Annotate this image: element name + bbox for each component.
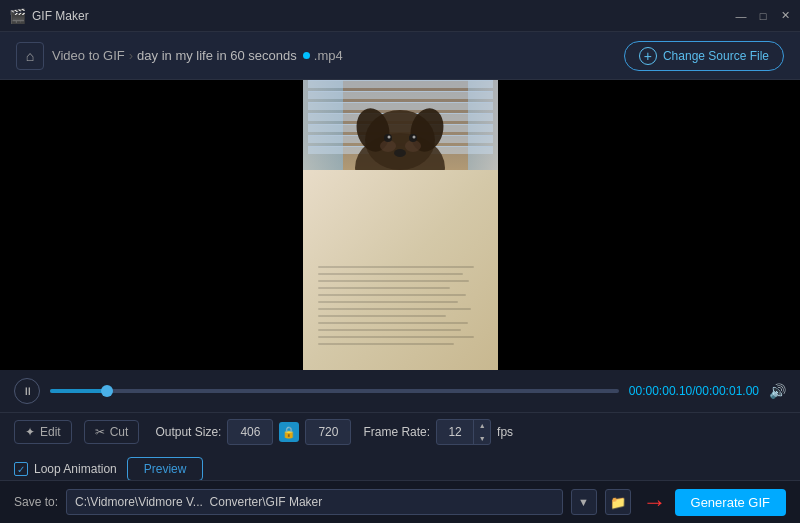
- book-line: [318, 322, 468, 324]
- lock-icon[interactable]: 🔒: [279, 422, 299, 442]
- volume-icon[interactable]: 🔊: [769, 383, 786, 399]
- book-line: [318, 266, 475, 268]
- book-line: [318, 308, 471, 310]
- breadcrumb: Video to GIF › day in my life in 60 seco…: [52, 48, 343, 63]
- change-source-label: Change Source File: [663, 49, 769, 63]
- save-bar: Save to: ▼ 📁 → Generate GIF: [0, 480, 800, 523]
- edit-button[interactable]: ✦ Edit: [14, 420, 72, 444]
- cut-label: Cut: [110, 425, 129, 439]
- output-size-group: Output Size: 🔒: [155, 419, 351, 445]
- save-to-label: Save to:: [14, 495, 58, 509]
- svg-point-9: [387, 136, 390, 139]
- title-bar-controls: — □ ✕: [734, 9, 792, 23]
- breadcrumb-arrow: ›: [129, 48, 133, 63]
- time-display: 00:00:00.10/00:00:01.00: [629, 384, 759, 398]
- book-line: [318, 280, 470, 282]
- home-button[interactable]: ⌂: [16, 42, 44, 70]
- height-input[interactable]: [305, 419, 351, 445]
- cut-button[interactable]: ✂ Cut: [84, 420, 140, 444]
- spin-down-button[interactable]: ▼: [474, 432, 490, 445]
- book-line: [318, 336, 475, 338]
- total-time: 00:00:01.00: [696, 384, 759, 398]
- title-bar: 🎬 GIF Maker — □ ✕: [0, 0, 800, 32]
- breadcrumb-ext: .mp4: [314, 48, 343, 63]
- svg-point-6: [394, 149, 406, 157]
- frame-rate-group: Frame Rate: ▲ ▼ fps: [363, 419, 513, 445]
- maximize-button[interactable]: □: [756, 9, 770, 23]
- output-size-label: Output Size:: [155, 425, 221, 439]
- pause-button[interactable]: ⏸: [14, 378, 40, 404]
- save-path-input[interactable]: [66, 489, 562, 515]
- generate-gif-button[interactable]: Generate GIF: [675, 489, 786, 516]
- loop-animation-checkbox[interactable]: ✓: [14, 462, 28, 476]
- plus-icon: +: [639, 47, 657, 65]
- svg-point-10: [412, 136, 415, 139]
- spinners: ▲ ▼: [473, 419, 490, 445]
- fps-label: fps: [497, 425, 513, 439]
- open-folder-button[interactable]: 📁: [605, 489, 631, 515]
- frame-rate-label: Frame Rate:: [363, 425, 430, 439]
- progress-track[interactable]: [50, 389, 619, 393]
- edit-bar: ✦ Edit ✂ Cut Output Size: 🔒 Frame Rate: …: [0, 412, 800, 451]
- width-input[interactable]: [227, 419, 273, 445]
- book-line: [318, 294, 467, 296]
- nav-bar: ⌂ Video to GIF › day in my life in 60 se…: [0, 32, 800, 80]
- change-source-button[interactable]: + Change Source File: [624, 41, 784, 71]
- progress-fill: [50, 389, 107, 393]
- breadcrumb-part1: Video to GIF: [52, 48, 125, 63]
- dropdown-arrow-icon: ▼: [578, 496, 589, 508]
- edit-sparkle-icon: ✦: [25, 425, 35, 439]
- video-frame: [303, 80, 498, 370]
- frame-rate-input-wrap: ▲ ▼: [436, 419, 491, 445]
- book-text-lines: [318, 266, 483, 350]
- red-arrow-icon: →: [643, 488, 667, 516]
- title-bar-left: 🎬 GIF Maker: [8, 7, 89, 25]
- book-line: [318, 287, 450, 289]
- book-line: [318, 273, 463, 275]
- book-overlay: [303, 170, 498, 370]
- close-button[interactable]: ✕: [778, 9, 792, 23]
- app-title: GIF Maker: [32, 9, 89, 23]
- video-area: [0, 80, 800, 370]
- book-line: [318, 315, 447, 317]
- cut-scissors-icon: ✂: [95, 425, 105, 439]
- book-line: [318, 329, 462, 331]
- spin-up-button[interactable]: ▲: [474, 419, 490, 432]
- app-icon: 🎬: [8, 7, 26, 25]
- book-line: [318, 343, 455, 345]
- nav-left: ⌂ Video to GIF › day in my life in 60 se…: [16, 42, 343, 70]
- blind-slat: [308, 80, 493, 88]
- pause-icon: ⏸: [22, 385, 33, 397]
- folder-icon: 📁: [610, 495, 626, 510]
- breadcrumb-filename: day in my life in 60 seconds: [137, 48, 297, 63]
- book-line: [318, 301, 458, 303]
- edit-label: Edit: [40, 425, 61, 439]
- frame-rate-input[interactable]: [437, 420, 473, 444]
- loop-animation-label: Loop Animation: [34, 462, 117, 476]
- minimize-button[interactable]: —: [734, 9, 748, 23]
- save-path-dropdown-button[interactable]: ▼: [571, 489, 597, 515]
- video-content: [303, 80, 498, 370]
- progress-thumb[interactable]: [101, 385, 113, 397]
- current-time: 00:00:00.10: [629, 384, 692, 398]
- loop-animation-checkbox-label[interactable]: ✓ Loop Animation: [14, 462, 117, 476]
- file-dot-icon: [303, 52, 310, 59]
- playback-bar: ⏸ 00:00:00.10/00:00:01.00 🔊: [0, 370, 800, 412]
- preview-button[interactable]: Preview: [127, 457, 204, 481]
